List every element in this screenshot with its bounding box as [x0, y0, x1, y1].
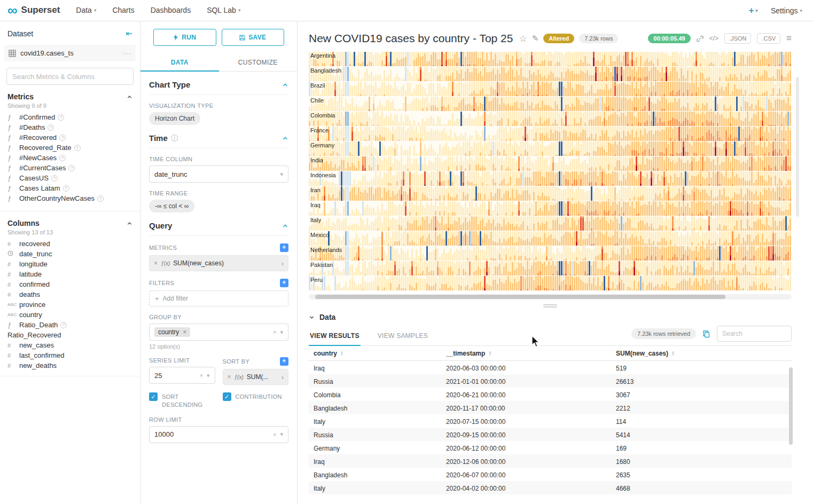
metric-item[interactable]: ƒ#Deaths? — [4, 122, 136, 132]
group-by-select[interactable]: country× ×▾ — [149, 324, 288, 341]
collapse-panel-icon[interactable]: ⇤ — [126, 29, 132, 38]
contribution-checkbox[interactable]: ✓ CONTRIBUTION — [223, 392, 289, 409]
metric-item[interactable]: ƒRecovered_Rate? — [4, 143, 136, 153]
remove-icon[interactable]: × — [183, 328, 186, 336]
table-row[interactable]: Germany2020-06-12 00:00:00169 — [309, 441, 792, 454]
time-column-select[interactable]: date_trunc ▾ — [149, 166, 288, 183]
group-by-chip[interactable]: country× — [154, 327, 190, 337]
add-filter-plus-button[interactable]: + — [280, 279, 288, 287]
clear-icon[interactable]: × — [200, 372, 203, 379]
remove-icon[interactable]: × — [228, 373, 231, 381]
settings-menu[interactable]: Settings▾ — [771, 6, 802, 15]
viz-type-chip[interactable]: Horizon Chart — [149, 112, 200, 125]
column-item[interactable]: Ratio_Recovered — [4, 330, 136, 340]
metric-chip[interactable]: × ƒ(x) SUM(new_cases) › — [149, 255, 288, 271]
metric-item[interactable]: ƒOtherCountryNewCases? — [4, 193, 136, 203]
add-filter-button[interactable]: + Add filter — [149, 290, 288, 306]
table-row[interactable]: Iraq2020-06-03 00:00:00519 — [309, 361, 792, 374]
horizon-row: Argentina — [309, 52, 792, 66]
copy-icon[interactable] — [702, 330, 710, 338]
data-section-toggle[interactable]: Data — [309, 313, 792, 321]
add-sort-button[interactable]: + — [280, 357, 288, 366]
altered-badge[interactable]: Altered — [543, 34, 574, 43]
results-search-input[interactable] — [717, 326, 792, 342]
panel-resize-handle[interactable] — [543, 304, 557, 308]
nav-data-menu[interactable]: Data▾ — [76, 6, 96, 14]
column-item[interactable]: #deaths — [4, 289, 136, 300]
nav-dashboards[interactable]: Dashboards — [151, 6, 191, 14]
dataset-selector[interactable]: covid19.cases_ts ··· — [4, 45, 136, 61]
more-menu-icon[interactable]: ≡ — [786, 33, 792, 44]
row-limit-value: 10000 — [154, 430, 174, 438]
table-row[interactable]: Russia2020-09-15 00:00:005414 — [309, 428, 792, 441]
edit-title-icon[interactable]: ✎ — [532, 34, 539, 43]
column-item[interactable]: #recovered — [4, 239, 136, 249]
download-csv-button[interactable]: .CSV — [757, 33, 780, 44]
nav-charts[interactable]: Charts — [112, 6, 134, 14]
clear-icon[interactable]: × — [273, 431, 276, 438]
table-row[interactable]: Italy2020-07-15 00:00:00114 — [309, 414, 792, 428]
nav-sqllab-menu[interactable]: SQL Lab▾ — [207, 6, 240, 14]
download-json-button[interactable]: .JSON — [724, 33, 751, 44]
table-vertical-scrollbar[interactable] — [789, 367, 793, 445]
favorite-star-icon[interactable]: ☆ — [519, 33, 527, 44]
table-row[interactable]: Bangladesh2020-06-07 00:00:002635 — [309, 468, 792, 481]
more-options-icon[interactable]: ··· — [123, 49, 131, 57]
series-limit-select[interactable]: 25 ×▾ — [149, 367, 215, 384]
column-item[interactable]: #new_deaths — [4, 360, 136, 371]
metric-item[interactable]: ƒ#Confirmed? — [4, 112, 136, 122]
column-item[interactable]: #confirmed — [4, 279, 136, 289]
column-item[interactable]: ƒRatio_Death? — [4, 320, 136, 330]
column-item[interactable]: #new_cases — [4, 340, 136, 350]
time-range-chip[interactable]: -∞ ≤ col < ∞ — [149, 200, 194, 212]
column-item[interactable]: #last_confirmed — [4, 350, 136, 360]
tab-customize[interactable]: CUSTOMIZE — [219, 53, 298, 71]
tab-view-samples[interactable]: VIEW SAMPLES — [377, 326, 429, 345]
metric-item[interactable]: ƒ#Recovered? — [4, 132, 136, 143]
column-item[interactable]: date_trunc — [4, 249, 136, 259]
row-limit-select[interactable]: 10000 ×▾ — [149, 426, 288, 443]
chart-horizontal-scrollbar-thumb[interactable] — [315, 295, 725, 299]
sort-descending-checkbox[interactable]: ✓ SORT DESCENDING — [149, 392, 215, 409]
metric-item[interactable]: ƒCasesUS? — [4, 173, 136, 183]
metric-item[interactable]: ƒCases Latam? — [4, 183, 136, 193]
chart-type-section-header[interactable]: Chart Type — [149, 72, 288, 95]
run-button[interactable]: RUN — [153, 29, 216, 46]
chevron-up-icon[interactable] — [127, 220, 132, 226]
table-row[interactable]: Italy2020-04-02 00:00:004668 — [309, 481, 792, 494]
results-table: country▲▼__timestamp▲▼SUM(new_cases)▲▼ I… — [309, 346, 792, 494]
time-section-header[interactable]: Timei — [149, 125, 288, 148]
chart-horizontal-scrollbar-track[interactable] — [309, 294, 792, 300]
add-metric-button[interactable]: + — [280, 243, 288, 252]
table-row[interactable]: Colombia2020-06-21 00:00:003067 — [309, 388, 792, 401]
table-row[interactable]: Bangladesh2020-11-17 00:00:002212 — [309, 401, 792, 414]
link-icon[interactable] — [697, 35, 703, 42]
clear-icon[interactable]: × — [273, 329, 276, 335]
table-row[interactable]: Russia2021-01-01 00:00:0026613 — [309, 374, 792, 388]
tab-data[interactable]: DATA — [140, 53, 219, 71]
metric-item[interactable]: ƒ#CurrentCases? — [4, 163, 136, 173]
chart-vertical-scrollbar[interactable] — [796, 77, 799, 217]
superset-logo[interactable]: ∞ Superset — [7, 4, 60, 17]
column-item[interactable]: ABCprovince — [4, 300, 136, 310]
column-item[interactable]: #latitude — [4, 269, 136, 279]
sort-by-chip[interactable]: × ƒ(x) SUM(... › — [223, 369, 289, 385]
table-header-cell[interactable]: country▲▼ — [309, 346, 441, 360]
column-item[interactable]: ABCcountry — [4, 310, 136, 320]
save-button[interactable]: SAVE — [222, 29, 285, 46]
series-limit-value: 25 — [154, 372, 162, 380]
help-icon: ? — [51, 175, 58, 182]
query-section-header[interactable]: Query — [149, 212, 288, 236]
metric-item[interactable]: ƒ#NewCases? — [4, 153, 136, 163]
table-row[interactable]: Iraq2020-12-06 00:00:001680 — [309, 454, 792, 468]
column-item[interactable]: #longitude — [4, 259, 136, 269]
chevron-up-icon[interactable] — [127, 94, 132, 100]
tab-view-results[interactable]: VIEW RESULTS — [309, 326, 361, 345]
search-metrics-input[interactable] — [6, 68, 134, 85]
code-icon[interactable]: </> — [709, 35, 718, 42]
table-header-cell[interactable]: SUM(new_cases)▲▼ — [611, 346, 792, 360]
table-header-cell[interactable]: __timestamp▲▼ — [441, 346, 611, 360]
horizon-chart[interactable]: ArgentinaBangladeshBrazilChileColombiaFr… — [309, 52, 792, 290]
add-new-button[interactable]: +▾ — [748, 5, 757, 16]
remove-icon[interactable]: × — [154, 259, 158, 267]
